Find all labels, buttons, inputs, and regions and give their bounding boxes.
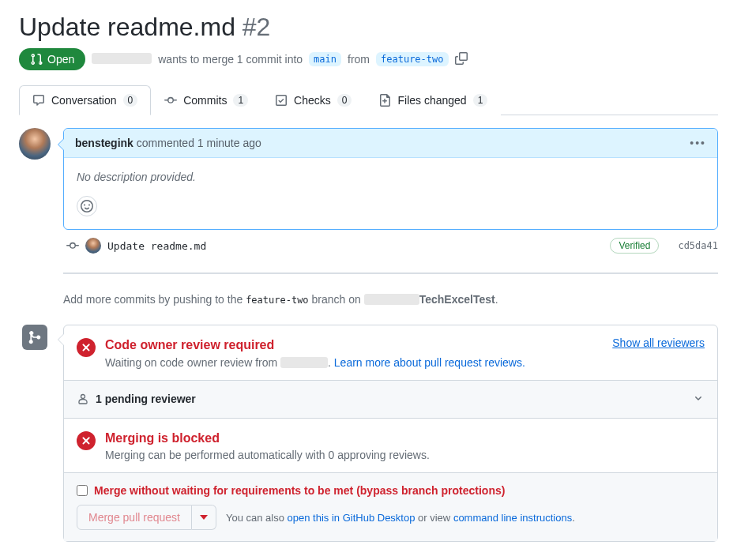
head-branch[interactable]: feature-two bbox=[376, 52, 448, 66]
commits-icon bbox=[164, 94, 177, 107]
show-all-reviewers-link[interactable]: Show all reviewers bbox=[612, 336, 705, 349]
merge-also-text: You can also open this in GitHub Desktop… bbox=[226, 512, 575, 524]
merge-dropdown-button[interactable] bbox=[192, 505, 216, 530]
main-column: benstegink commented 1 minute ago ••• No… bbox=[63, 128, 718, 274]
tabs: Conversation 0 Commits 1 Checks 0 Files … bbox=[19, 85, 718, 115]
push-hint-end: . bbox=[495, 293, 498, 306]
comment-icon bbox=[32, 94, 45, 107]
commit-message[interactable]: Update readme.md bbox=[107, 240, 206, 252]
comment-box: benstegink commented 1 minute ago ••• No… bbox=[63, 128, 718, 230]
verified-badge[interactable]: Verified bbox=[610, 238, 659, 254]
tab-conversation[interactable]: Conversation 0 bbox=[19, 85, 151, 115]
review-required-sub: Waiting on code owner review from . Lear… bbox=[105, 356, 603, 369]
review-required-title: Code owner review required bbox=[105, 336, 603, 354]
base-branch[interactable]: main bbox=[309, 52, 341, 66]
redacted-owner bbox=[364, 294, 419, 305]
divider bbox=[63, 272, 718, 274]
conversation-count: 0 bbox=[123, 94, 138, 107]
tab-checks[interactable]: Checks 0 bbox=[261, 85, 365, 115]
merging-blocked-sub: Merging can be performed automatically w… bbox=[105, 449, 430, 461]
commit-row: Update readme.md Verified cd5da41 bbox=[63, 230, 718, 261]
bypass-checkbox-row[interactable]: Merge without waiting for requirements t… bbox=[77, 484, 505, 497]
kebab-menu-icon[interactable]: ••• bbox=[690, 137, 706, 149]
pr-header: Update readme.md #2 Open wants to merge … bbox=[19, 13, 718, 70]
pull-request-icon bbox=[30, 53, 43, 66]
redacted-author bbox=[92, 53, 152, 64]
commits-count: 1 bbox=[233, 94, 248, 107]
files-count: 1 bbox=[473, 94, 488, 107]
merge-button-group: Merge pull request You can also open thi… bbox=[77, 505, 575, 530]
left-gutter bbox=[19, 128, 51, 160]
tab-conversation-label: Conversation bbox=[51, 94, 117, 107]
tab-files[interactable]: Files changed 1 bbox=[365, 85, 501, 115]
push-hint-repo: TechExcelTest bbox=[419, 293, 495, 306]
comment-author[interactable]: benstegink bbox=[75, 137, 133, 149]
timeline: benstegink commented 1 minute ago ••• No… bbox=[19, 128, 718, 274]
pr-meta: Open wants to merge 1 commit into main f… bbox=[19, 48, 718, 70]
copy-icon[interactable] bbox=[455, 52, 468, 67]
from-text: from bbox=[348, 53, 370, 66]
comment-header: benstegink commented 1 minute ago ••• bbox=[64, 129, 717, 158]
commit-author-avatar[interactable] bbox=[85, 238, 101, 254]
checks-icon bbox=[275, 94, 288, 107]
push-hint: Add more commits by pushing to the featu… bbox=[63, 293, 718, 318]
diff-icon bbox=[378, 94, 391, 107]
pr-title: Update readme.md #2 bbox=[19, 13, 718, 42]
merge-status-icon bbox=[22, 325, 47, 350]
tab-commits-label: Commits bbox=[183, 94, 227, 107]
bypass-checkbox[interactable] bbox=[77, 485, 88, 496]
learn-more-link[interactable]: Learn more about pull request reviews. bbox=[334, 356, 525, 369]
open-label: Open bbox=[47, 53, 74, 66]
cli-instructions-link[interactable]: command line instructions bbox=[453, 512, 572, 524]
review-required-section: Code owner review required Waiting on co… bbox=[64, 325, 717, 381]
pr-title-text: Update readme.md bbox=[19, 13, 235, 41]
tab-commits[interactable]: Commits 1 bbox=[151, 85, 261, 115]
comment-body: No description provided. bbox=[64, 158, 717, 196]
open-desktop-link[interactable]: open this in GitHub Desktop bbox=[288, 512, 416, 524]
person-icon bbox=[77, 393, 89, 405]
commented-text: commented bbox=[137, 137, 194, 149]
push-hint-branch: feature-two bbox=[246, 295, 308, 306]
commit-sha[interactable]: cd5da41 bbox=[678, 240, 718, 251]
error-x-icon bbox=[77, 338, 96, 357]
pending-reviewer-section[interactable]: 1 pending reviewer bbox=[64, 381, 717, 419]
tab-checks-label: Checks bbox=[294, 94, 331, 107]
merge-actions-section: Merge without waiting for requirements t… bbox=[64, 473, 717, 541]
merge-text: wants to merge 1 commit into bbox=[158, 53, 303, 66]
merging-blocked-section: Merging is blocked Merging can be perfor… bbox=[64, 419, 717, 473]
open-state-badge: Open bbox=[19, 48, 85, 70]
avatar[interactable] bbox=[19, 128, 51, 160]
add-reaction-button[interactable] bbox=[77, 196, 97, 216]
comment-time[interactable]: 1 minute ago bbox=[197, 137, 261, 149]
merge-pull-request-button[interactable]: Merge pull request bbox=[77, 505, 192, 530]
pr-number: #2 bbox=[243, 13, 271, 41]
redacted-codeowner bbox=[280, 357, 328, 368]
commit-right: Verified cd5da41 bbox=[610, 238, 718, 254]
commit-icon bbox=[66, 239, 79, 252]
push-hint-prefix: Add more commits by pushing to the bbox=[63, 293, 243, 306]
smiley-icon bbox=[81, 200, 93, 212]
reaction-row bbox=[64, 196, 717, 229]
merging-blocked-title: Merging is blocked bbox=[105, 430, 430, 447]
git-merge-icon bbox=[28, 330, 42, 344]
chevron-down-icon[interactable] bbox=[692, 392, 705, 407]
caret-down-icon bbox=[200, 513, 208, 521]
merge-gutter bbox=[19, 325, 51, 350]
error-x-icon bbox=[77, 431, 96, 450]
tab-files-label: Files changed bbox=[397, 94, 466, 107]
push-hint-mid: branch on bbox=[312, 293, 361, 306]
bypass-label: Merge without waiting for requirements t… bbox=[94, 484, 505, 497]
merge-panel: Code owner review required Waiting on co… bbox=[63, 325, 718, 542]
pending-reviewer-text: 1 pending reviewer bbox=[96, 393, 196, 405]
checks-count: 0 bbox=[337, 94, 352, 107]
merge-section: Code owner review required Waiting on co… bbox=[19, 325, 718, 542]
push-hint-row: Add more commits by pushing to the featu… bbox=[19, 293, 718, 318]
